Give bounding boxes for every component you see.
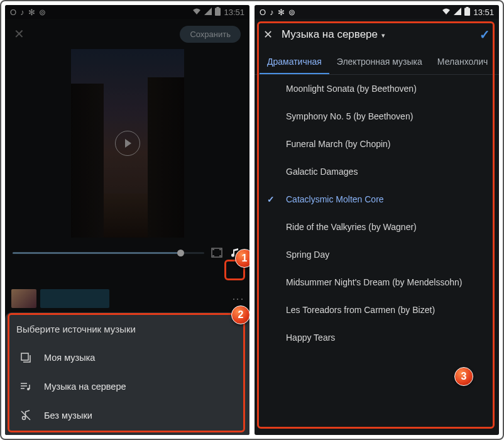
battery-icon bbox=[464, 7, 470, 18]
song-item[interactable]: Happy Tears bbox=[255, 324, 499, 351]
phone-right: O ♪ ✻ ⊚ 13:51 ✕ Музыка на се bbox=[255, 5, 499, 435]
clips-row: ⋮ bbox=[5, 285, 249, 312]
shazam-icon: ⊚ bbox=[39, 8, 46, 17]
library-icon bbox=[19, 351, 33, 365]
aspect-ratio-icon[interactable] bbox=[211, 246, 223, 259]
kebab-icon[interactable]: ⋮ bbox=[231, 294, 245, 304]
timeline-scrubber[interactable] bbox=[13, 252, 204, 254]
status-bar: O ♪ ✻ ⊚ 13:51 bbox=[255, 5, 499, 19]
sheet-title: Выберите источник музыки bbox=[16, 324, 238, 334]
close-icon[interactable]: ✕ bbox=[263, 28, 273, 41]
tab-dramatic[interactable]: Драматичная bbox=[260, 50, 329, 74]
song-item-selected[interactable]: Cataclysmic Molten Core bbox=[255, 185, 499, 213]
song-item[interactable]: Les Toreadors from Carmen (by Bizet) bbox=[255, 296, 499, 324]
fan-icon: ✻ bbox=[28, 8, 35, 17]
phone-left: O ♪ ✻ ⊚ 13:51 ✕ Сохранить bbox=[5, 5, 249, 435]
clip-thumbnail[interactable] bbox=[11, 289, 36, 308]
no-music-icon bbox=[19, 409, 33, 422]
sheet-item-server-music[interactable]: Музыка на сервере bbox=[16, 372, 238, 401]
song-item[interactable]: Galactic Damages bbox=[255, 158, 499, 185]
sheet-item-label: Без музыки bbox=[44, 410, 92, 421]
battery-icon bbox=[215, 7, 221, 18]
tiktok-icon: ♪ bbox=[270, 8, 274, 17]
wifi-icon bbox=[442, 8, 451, 17]
song-item[interactable]: Midsummer Night's Dream (by Mendelssohn) bbox=[255, 268, 499, 296]
sheet-item-label: Музыка на сервере bbox=[44, 382, 126, 392]
opera-icon: O bbox=[10, 8, 16, 17]
playlist-icon bbox=[19, 380, 33, 393]
wifi-icon bbox=[192, 8, 201, 17]
close-icon[interactable]: ✕ bbox=[14, 26, 25, 41]
song-item[interactable]: Spring Day bbox=[255, 241, 499, 268]
sheet-item-no-music[interactable]: Без музыки bbox=[16, 401, 238, 430]
video-preview[interactable] bbox=[71, 49, 184, 238]
genre-tabs: Драматичная Электронная музыка Меланхоли… bbox=[255, 50, 499, 75]
music-source-sheet: Выберите источник музыки Моя музыка Музы… bbox=[5, 312, 249, 435]
sheet-item-my-music[interactable]: Моя музыка bbox=[16, 343, 238, 372]
svg-rect-1 bbox=[217, 7, 219, 8]
clock-text: 13:51 bbox=[473, 8, 494, 17]
shazam-icon: ⊚ bbox=[288, 8, 295, 17]
save-button[interactable]: Сохранить bbox=[180, 26, 241, 43]
fan-icon: ✻ bbox=[278, 8, 285, 17]
tab-electronic[interactable]: Электронная музыка bbox=[329, 50, 430, 74]
tutorial-frame: O ♪ ✻ ⊚ 13:51 ✕ Сохранить bbox=[0, 0, 504, 440]
svg-rect-6 bbox=[464, 8, 470, 16]
status-bar: O ♪ ✻ ⊚ 13:51 bbox=[5, 5, 249, 19]
song-item[interactable]: Funeral March (by Chopin) bbox=[255, 130, 499, 158]
badge-2: 2 bbox=[231, 305, 249, 324]
chevron-down-icon: ▾ bbox=[381, 31, 385, 39]
play-icon[interactable] bbox=[115, 131, 140, 156]
confirm-check-icon[interactable]: ✓ bbox=[479, 27, 490, 42]
signal-icon bbox=[454, 8, 461, 17]
clip-duration-bar[interactable] bbox=[40, 289, 109, 308]
svg-rect-7 bbox=[466, 7, 469, 8]
clock-text: 13:51 bbox=[224, 8, 244, 17]
tiktok-icon: ♪ bbox=[20, 8, 25, 17]
svg-rect-3 bbox=[21, 353, 28, 360]
editor-area bbox=[5, 49, 249, 285]
header-title[interactable]: Музыка на сервере▾ bbox=[282, 28, 385, 41]
song-item[interactable]: Moonlight Sonata (by Beethoven) bbox=[255, 75, 499, 102]
opera-icon: O bbox=[260, 8, 266, 17]
editor-topbar: ✕ Сохранить bbox=[5, 19, 249, 49]
tab-melancholic[interactable]: Меланхолич bbox=[430, 50, 495, 74]
song-item[interactable]: Ride of the Valkyries (by Wagner) bbox=[255, 213, 499, 241]
svg-rect-0 bbox=[215, 8, 221, 16]
signal-icon bbox=[204, 8, 212, 17]
badge-3: 3 bbox=[454, 367, 473, 386]
sheet-item-label: Моя музыка bbox=[44, 353, 95, 363]
badge-1: 1 bbox=[235, 249, 249, 268]
song-item[interactable]: Symphony No. 5 (by Beethoven) bbox=[255, 102, 499, 130]
music-picker-header: ✕ Музыка на сервере▾ ✓ bbox=[255, 19, 499, 50]
timeline-row bbox=[5, 238, 249, 263]
